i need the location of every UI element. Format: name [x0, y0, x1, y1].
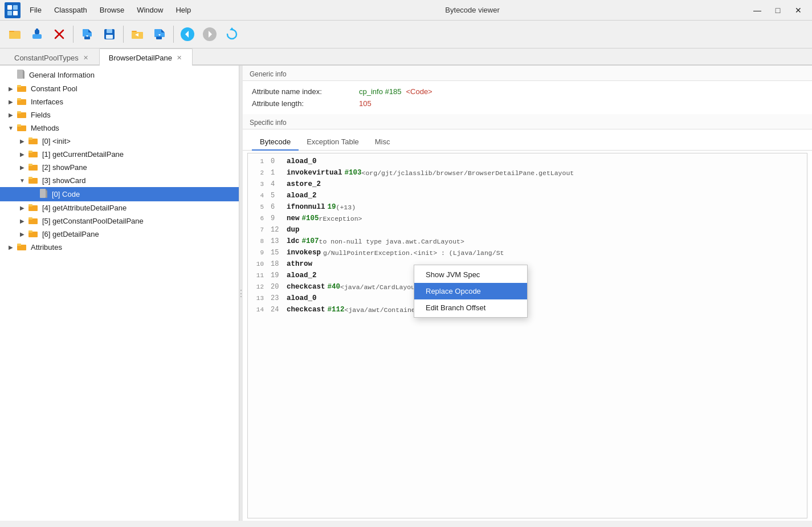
ref-5-0[interactable]: 19 [328, 203, 336, 211]
ref-8-0[interactable]: #107 [302, 237, 319, 245]
ref-12-0[interactable]: #40 [328, 283, 341, 291]
code-line-3[interactable]: 34astore_2 [248, 179, 807, 190]
menu-help[interactable]: Help [170, 3, 197, 17]
line-number-9: 9 [248, 249, 268, 256]
tab-close-browser-detail[interactable]: ✕ [176, 54, 183, 62]
open-folder-button[interactable] [5, 24, 25, 44]
toolbar-separator-1 [73, 26, 74, 43]
code-line-9[interactable]: 915invokespg/NullPointerException.<init>… [248, 247, 807, 258]
opcode-12: checkcast [287, 283, 325, 291]
code-tab-bytecode[interactable]: Bytecode [252, 134, 299, 151]
menu-classpath[interactable]: Classpath [48, 3, 93, 17]
opcode-7: dup [287, 226, 300, 234]
menu-window[interactable]: Window [131, 3, 169, 17]
sidebar-item-getDetailPane[interactable]: ▶[6] getDetailPane [0, 228, 239, 241]
code-line-7[interactable]: 712dup [248, 224, 807, 236]
sidebar-item-getCurrentDetailPane[interactable]: ▶[1] getCurrentDetailPane [0, 148, 239, 161]
tree-arrow-init[interactable]: ▶ [18, 138, 26, 144]
tab-close-constant-pool[interactable]: ✕ [82, 54, 89, 62]
line-number-13: 13 [248, 295, 268, 302]
ref-6-0[interactable]: #105 [302, 214, 319, 222]
tree-arrow-constant-pool[interactable]: ▶ [7, 86, 15, 92]
generic-info-group: Attribute name index: cp_info #185 <Code… [243, 81, 812, 114]
open-file-button[interactable] [127, 24, 148, 44]
attr-name-index-green[interactable]: cp_info #185 [359, 87, 401, 96]
line-number-1: 1 [248, 158, 268, 165]
tree-arrow-methods[interactable]: ▼ [7, 125, 15, 131]
tree-arrow-interfaces[interactable]: ▶ [7, 99, 15, 105]
code-tab-exception-table[interactable]: Exception Table [299, 134, 367, 151]
forward-button[interactable] [199, 24, 220, 44]
sidebar-item-general-info[interactable]: General Information [0, 68, 239, 82]
tree-arrow-attributes[interactable]: ▶ [7, 244, 15, 250]
code-tab-misc[interactable]: Misc [367, 134, 398, 151]
minimize-button[interactable]: — [748, 4, 766, 17]
sidebar-item-constant-pool[interactable]: ▶Constant Pool [0, 82, 239, 95]
svg-rect-41 [17, 111, 21, 113]
svg-rect-52 [40, 189, 46, 198]
sidebar-item-methods[interactable]: ▼Methods [0, 121, 239, 135]
sidebar-item-showCard[interactable]: ▼[3] showCard [0, 174, 239, 187]
svg-rect-37 [17, 85, 21, 87]
code-line-5[interactable]: 56ifnonnull19 (+13) [248, 201, 807, 213]
svg-rect-25 [161, 33, 165, 37]
attr-length-value: 105 [359, 99, 372, 108]
code-line-4[interactable]: 45aload_2 [248, 190, 807, 201]
svg-rect-56 [28, 204, 32, 206]
plugin-button[interactable] [27, 24, 47, 44]
import-button[interactable] [77, 24, 97, 44]
menu-browse[interactable]: Browse [94, 3, 130, 17]
sidebar-item-label-fields: Fields [31, 111, 51, 119]
titlebar-left: File Classpath Browse Window Help [5, 2, 197, 18]
export-button[interactable] [149, 24, 170, 44]
opcode-13: aload_0 [287, 294, 317, 302]
ctx-item-replace-opcode[interactable]: Replace Opcode [414, 283, 527, 299]
tree-arrow-getDetailPane[interactable]: ▶ [18, 231, 26, 237]
refresh-button[interactable] [222, 24, 242, 44]
menu-file[interactable]: File [24, 3, 47, 17]
svg-rect-2 [7, 11, 12, 15]
svg-marker-24 [161, 29, 165, 33]
tree-arrow-getAttributeDetailPane[interactable]: ▶ [18, 205, 26, 211]
code-line-2[interactable]: 21invokevirtual#103 <org/gjt/jclasslib/b… [248, 167, 807, 179]
tab-constant-pool-types[interactable]: ConstantPoolTypes ✕ [5, 48, 99, 66]
tree-arrow-showPane[interactable]: ▶ [18, 164, 26, 171]
opcode-6: new [287, 214, 300, 222]
sidebar-item-init[interactable]: ▶[0] <init> [0, 135, 239, 148]
ctx-item-edit-branch-offset[interactable]: Edit Branch Offset [414, 299, 527, 316]
window-controls: — □ ✕ [748, 4, 807, 17]
close-file-button[interactable] [49, 24, 70, 44]
save-button[interactable] [99, 24, 120, 44]
line-number-7: 7 [248, 226, 268, 233]
maximize-button[interactable]: □ [769, 4, 787, 17]
comment-2: <org/gjt/jclasslib/browser/BrowserDetail… [362, 169, 574, 177]
code-line-8[interactable]: 813ldc#107 to non-null type java.awt.Car… [248, 236, 807, 247]
sidebar-item-fields[interactable]: ▶Fields [0, 108, 239, 121]
comment-5: (+13) [336, 204, 356, 211]
close-button[interactable]: ✕ [789, 4, 807, 17]
code-line-1[interactable]: 10aload_0 [248, 156, 807, 167]
opcode-11: aload_2 [287, 271, 317, 279]
sidebar-item-showPane[interactable]: ▶[2] showPane [0, 161, 239, 174]
tree-arrow-getConstantPoolDetailPane[interactable]: ▶ [18, 218, 26, 224]
sidebar-item-getConstantPoolDetailPane[interactable]: ▶[5] getConstantPoolDetailPane [0, 214, 239, 228]
sidebar-item-label-constant-pool: Constant Pool [31, 84, 77, 93]
sidebar-item-label-general-info: General Information [29, 71, 95, 79]
tree-arrow-fields[interactable]: ▶ [7, 112, 15, 118]
tree-arrow-getCurrentDetailPane[interactable]: ▶ [18, 151, 26, 157]
ctx-item-show-jvm-spec[interactable]: Show JVM Spec [414, 266, 527, 283]
sidebar-item-getAttributeDetailPane[interactable]: ▶[4] getAttributeDetailPane [0, 201, 239, 214]
sidebar-item-attributes[interactable]: ▶Attributes [0, 241, 239, 254]
sidebar-item-label-showCard: [3] showCard [42, 176, 86, 185]
code-line-6[interactable]: 69new#105 rException> [248, 213, 807, 224]
back-button[interactable] [177, 24, 198, 44]
ref-14-0[interactable]: #112 [328, 306, 345, 314]
tree-arrow-showCard[interactable]: ▼ [18, 177, 26, 184]
ref-2-0[interactable]: #103 [345, 169, 362, 177]
comment-14: <java/awt/Container> [345, 306, 423, 314]
sidebar-item-code[interactable]: [0] Code [0, 187, 239, 201]
sidebar-item-interfaces[interactable]: ▶Interfaces [0, 95, 239, 108]
bytecode-area[interactable]: 10aload_021invokevirtual#103 <org/gjt/jc… [247, 153, 807, 518]
pc-14: 24 [268, 306, 287, 314]
tab-browser-detail-pane[interactable]: BrowserDetailPane ✕ [99, 48, 193, 66]
